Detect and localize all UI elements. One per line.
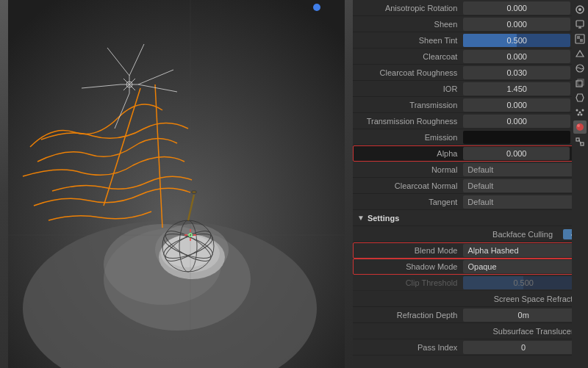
value-clearcoat: 0.000 [463, 50, 584, 63]
input-clearcoat[interactable]: 0.000 [463, 50, 570, 63]
prop-row-sheen-tint: Sheen Tint 0.500 [353, 32, 588, 48]
value-clearcoat-roughness: 0.030 [463, 66, 584, 79]
input-alpha[interactable]: 0.000 [463, 147, 570, 160]
label-screen-space-refraction: Screen Space Refraction [494, 295, 584, 303]
prop-row-transmission: Transmission 0.000 [353, 97, 588, 113]
label-pass-index: Pass Index [357, 343, 463, 352]
label-sheen-tint: Sheen Tint [357, 36, 463, 45]
svg-rect-46 [576, 81, 582, 87]
prop-row-ior: IOR 1.450 [353, 81, 588, 97]
settings-section-header[interactable]: ▼ Settings ::: [353, 210, 588, 226]
svg-point-34 [313, 4, 320, 11]
value-normal: Default ▾ [463, 163, 584, 176]
toolbar-icon-output[interactable] [573, 18, 587, 31]
prop-row-alpha: Alpha 0.000 [353, 145, 588, 162]
svg-point-53 [576, 123, 584, 131]
input-emission-color[interactable] [463, 131, 570, 144]
value-shadow-mode: Opaque ▾ [463, 260, 583, 273]
value-clip-threshold: 0.500 [463, 276, 584, 289]
input-clearcoat-roughness[interactable]: 0.030 [463, 66, 570, 79]
svg-point-49 [579, 112, 581, 114]
input-anisotropic-rotation[interactable]: 0.000 [463, 1, 570, 15]
value-emission [463, 131, 584, 144]
value-blend-mode: Alpha Hashed ▾ [463, 244, 583, 257]
input-transmission-roughness[interactable]: 0.000 [463, 115, 570, 128]
svg-point-38 [578, 8, 581, 11]
prop-row-clearcoat-roughness: Clearcoat Roughness 0.030 [353, 65, 588, 81]
viewport-canvas [0, 0, 353, 368]
svg-point-7 [162, 235, 214, 267]
prop-row-screen-space-refraction: Screen Space Refraction [353, 291, 588, 307]
input-transmission[interactable]: 0.000 [463, 98, 570, 112]
input-pass-index[interactable]: 0 [463, 341, 584, 354]
value-refraction-depth: 0m [463, 309, 584, 322]
label-clip-threshold: Clip Threshold [357, 278, 463, 287]
label-alpha: Alpha [358, 149, 463, 158]
toolbar-icon-scene[interactable] [573, 47, 587, 60]
svg-point-54 [577, 124, 580, 127]
dropdown-shadow-mode[interactable]: Opaque ▾ [463, 260, 583, 273]
label-transmission-roughness: Transmission Roughness [357, 117, 463, 126]
value-sheen: 0.000 [463, 18, 584, 31]
svg-rect-56 [581, 142, 584, 145]
input-sheen[interactable]: 0.000 [463, 18, 570, 31]
toolbar-icon-render[interactable] [573, 3, 587, 16]
svg-rect-47 [578, 79, 584, 85]
toolbar-icon-view[interactable] [573, 32, 587, 46]
svg-point-52 [581, 114, 583, 116]
label-normal: Normal [357, 165, 463, 174]
prop-row-subsurface-translucency: Subsurface Translucency [353, 323, 588, 339]
svg-rect-28 [192, 191, 196, 193]
value-tangent: Default ▾ [463, 195, 584, 209]
toolbar-icon-modifier[interactable] [573, 91, 587, 104]
label-emission: Emission [357, 133, 463, 142]
label-shadow-mode: Shadow Mode [358, 262, 463, 271]
label-blend-mode: Blend Mode [358, 246, 463, 255]
dropdown-clearcoat-normal[interactable]: Default ▾ [463, 179, 584, 192]
label-sheen: Sheen [357, 20, 463, 29]
svg-point-51 [578, 114, 580, 116]
dropdown-tangent[interactable]: Default ▾ [463, 195, 584, 209]
label-subsurface-translucency: Subsurface Translucency [492, 327, 584, 336]
right-panel: Anisotropic Rotation 0.000 Sheen 0.000 S… [353, 0, 588, 368]
dropdown-blend-mode[interactable]: Alpha Hashed ▾ [463, 244, 583, 257]
input-sheen-tint[interactable]: 0.500 [463, 34, 570, 47]
prop-row-tangent: Tangent Default ▾ [353, 194, 588, 210]
svg-point-48 [576, 109, 578, 112]
svg-point-50 [582, 109, 584, 112]
dropdown-normal[interactable]: Default ▾ [463, 163, 584, 176]
toolbar-icon-object[interactable] [573, 76, 587, 90]
value-transmission: 0.000 [463, 98, 584, 112]
input-clip-threshold[interactable]: 0.500 [463, 276, 584, 289]
prop-row-emission: Emission [353, 129, 588, 145]
toolbar-strip [572, 0, 588, 368]
toolbar-icon-material[interactable] [573, 120, 587, 134]
label-ior: IOR [357, 84, 463, 93]
svg-rect-44 [580, 39, 583, 42]
label-anisotropic-rotation: Anisotropic Rotation [357, 4, 463, 12]
input-refraction-depth[interactable]: 0m [463, 309, 584, 322]
prop-row-transmission-roughness: Transmission Roughness 0.000 [353, 113, 588, 129]
settings-label: Settings [368, 214, 399, 223]
label-clearcoat-roughness: Clearcoat Roughness [357, 68, 463, 77]
viewport-area[interactable] [0, 0, 353, 368]
properties-scroll-area[interactable]: Anisotropic Rotation 0.000 Sheen 0.000 S… [353, 0, 588, 368]
prop-row-anisotropic-rotation: Anisotropic Rotation 0.000 [353, 0, 588, 16]
toolbar-icon-particles[interactable] [573, 106, 587, 119]
label-clearcoat: Clearcoat [357, 52, 463, 61]
prop-row-clip-threshold: Clip Threshold 0.500 [353, 275, 588, 291]
svg-rect-43 [577, 36, 580, 39]
prop-row-clearcoat-normal: Clearcoat Normal Default ▾ [353, 178, 588, 194]
value-transmission-roughness: 0.000 [463, 115, 584, 128]
toolbar-icon-world[interactable] [573, 62, 587, 75]
value-sheen-tint: 0.500 [463, 34, 584, 47]
value-ior: 1.450 [463, 82, 584, 95]
svg-rect-55 [576, 138, 579, 141]
toolbar-icon-constraints[interactable] [573, 135, 587, 148]
label-backface-culling: Backface Culling [357, 230, 559, 239]
input-ior[interactable]: 1.450 [463, 82, 570, 95]
prop-row-shadow-mode: Shadow Mode Opaque ▾ [353, 259, 588, 275]
prop-row-blend-mode: Blend Mode Alpha Hashed ▾ [353, 242, 588, 259]
label-clearcoat-normal: Clearcoat Normal [357, 181, 463, 190]
label-tangent: Tangent [357, 198, 463, 206]
